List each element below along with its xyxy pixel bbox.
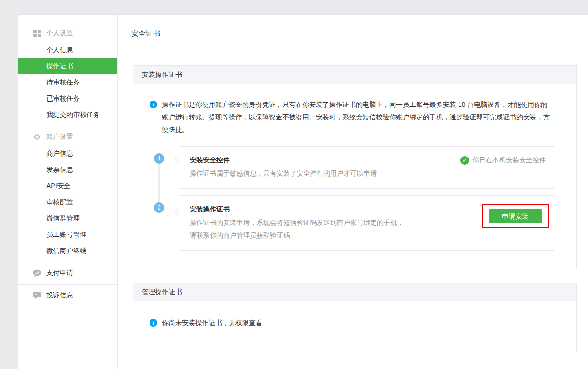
sidebar-section-label: 个人设置 <box>46 29 73 38</box>
gear-icon: ⚙ <box>33 133 41 141</box>
step-row-2: 2 安装操作证书 操作证书的安装申请，系统会将短信验证码发送到商户帐号绑定的手机… <box>154 195 554 251</box>
chat-check-icon <box>32 269 42 277</box>
step-1-badge: 1 <box>154 153 164 164</box>
install-steps: 1 安装安全控件 操作证书属于敏感信息，只有安装了安全控件的用户才可以申请 ✓ … <box>154 146 554 251</box>
install-certificate-panel: 安装操作证书 i 操作证书是你使用账户资金的身份凭证，只有在你安装了操作证书的电… <box>133 65 577 268</box>
main-body: 安装操作证书 i 操作证书是你使用账户资金的身份凭证，只有在你安装了操作证书的电… <box>118 52 588 369</box>
step-2-description-line1: 操作证书的安装申请，系统会将短信验证码发送到商户帐号绑定的手机， <box>190 216 404 229</box>
main-content: 安全证书 安装操作证书 i 操作证书是你使用账户资金的身份凭证，只有在你安装了操… <box>118 15 588 369</box>
sidebar-divider <box>18 262 117 262</box>
sidebar-item-invoice-info[interactable]: 发票信息 <box>18 161 117 178</box>
step-1-status-text: 你已在本机安装安全控件 <box>472 156 546 165</box>
sidebar-divider <box>18 126 117 126</box>
install-panel-body: i 操作证书是你使用账户资金的身份凭证，只有在你安装了操作证书的电脑上，同一员工… <box>133 84 576 268</box>
highlight-box: 申请安装 <box>482 204 549 228</box>
step-1-status: ✓ 你已在本机安装安全控件 <box>460 156 546 165</box>
step-2-title: 安装操作证书 <box>190 204 404 214</box>
sidebar-item-employee-account-management[interactable]: 员工账号管理 <box>18 226 117 242</box>
install-notice: i 操作证书是你使用账户资金的身份凭证，只有在你安装了操作证书的电脑上，同一员工… <box>150 98 554 136</box>
manage-panel-body: i 你尚未安装操作证书，无权限查看 <box>133 301 576 352</box>
app-card: 个人设置 个人信息 操作证书 待审核任务 已审核任务 我提交的审核任务 ⚙ 账户… <box>18 14 588 369</box>
sidebar-item-wechat-group-management[interactable]: 微信群管理 <box>18 210 117 226</box>
step-2-box: 安装操作证书 操作证书的安装申请，系统会将短信验证码发送到商户帐号绑定的手机， … <box>179 195 554 251</box>
manage-certificate-panel: 管理操作证书 i 你尚未安装操作证书，无权限查看 <box>133 283 577 352</box>
step-badge-column: 1 <box>154 146 164 189</box>
message-bubble-icon <box>32 292 42 300</box>
apply-install-button[interactable]: 申请安装 <box>489 209 542 223</box>
sidebar-item-label: 支付申请 <box>46 269 73 277</box>
step-badge-column: 2 <box>154 195 164 251</box>
step-1-title: 安装安全控件 <box>190 155 377 165</box>
sidebar-item-label: 投诉信息 <box>46 291 73 300</box>
sidebar-item-api-security[interactable]: API安全 <box>18 178 117 194</box>
sidebar-item-operation-certificate[interactable]: 操作证书 <box>18 58 117 74</box>
step-2-description-line2: 请联系你的商户管理员获取验证码 <box>190 229 404 242</box>
grid-icon <box>33 30 41 38</box>
sidebar-section-label: 账户设置 <box>46 133 73 141</box>
install-panel-header: 安装操作证书 <box>133 66 576 84</box>
sidebar-item-my-submitted-review-tasks[interactable]: 我提交的审核任务 <box>18 106 117 123</box>
step-2-badge: 2 <box>154 202 164 213</box>
sidebar-section-account-settings[interactable]: ⚙ 账户设置 <box>18 129 117 145</box>
sidebar-item-personal-info[interactable]: 个人信息 <box>18 42 117 58</box>
sidebar: 个人设置 个人信息 操作证书 待审核任务 已审核任务 我提交的审核任务 ⚙ 账户… <box>18 15 118 369</box>
manage-panel-header: 管理操作证书 <box>133 283 576 301</box>
info-icon: i <box>150 101 157 108</box>
manage-notice: i 你尚未安装操作证书，无权限查看 <box>150 316 554 329</box>
step-row-1: 1 安装安全控件 操作证书属于敏感信息，只有安装了安全控件的用户才可以申请 ✓ … <box>154 146 554 189</box>
sidebar-item-complaint-info[interactable]: 投诉信息 <box>18 287 117 304</box>
info-icon: i <box>150 319 157 327</box>
sidebar-item-merchant-info[interactable]: 商户信息 <box>18 145 117 161</box>
sidebar-item-reviewed-tasks[interactable]: 已审核任务 <box>18 90 117 106</box>
sidebar-divider <box>18 284 117 285</box>
page-title: 安全证书 <box>118 15 588 52</box>
sidebar-section-personal-settings[interactable]: 个人设置 <box>18 25 117 42</box>
step-1-box: 安装安全控件 操作证书属于敏感信息，只有安装了安全控件的用户才可以申请 ✓ 你已… <box>179 146 554 189</box>
step-1-description: 操作证书属于敏感信息，只有安装了安全控件的用户才可以申请 <box>190 167 377 180</box>
install-notice-text: 操作证书是你使用账户资金的身份凭证，只有在你安装了操作证书的电脑上，同一员工账号… <box>162 98 554 136</box>
step-2-texts: 安装操作证书 操作证书的安装申请，系统会将短信验证码发送到商户帐号绑定的手机， … <box>190 204 404 242</box>
sidebar-item-payment-application[interactable]: 支付申请 <box>18 265 117 281</box>
check-icon: ✓ <box>460 156 469 165</box>
sidebar-item-pending-review-tasks[interactable]: 待审核任务 <box>18 74 117 90</box>
step-1-texts: 安装安全控件 操作证书属于敏感信息，只有安装了安全控件的用户才可以申请 <box>190 155 377 180</box>
sidebar-item-wechat-merchant-terminal[interactable]: 微信商户终端 <box>18 242 117 259</box>
manage-notice-text: 你尚未安装操作证书，无权限查看 <box>162 316 262 329</box>
sidebar-item-review-config[interactable]: 审核配置 <box>18 194 117 210</box>
